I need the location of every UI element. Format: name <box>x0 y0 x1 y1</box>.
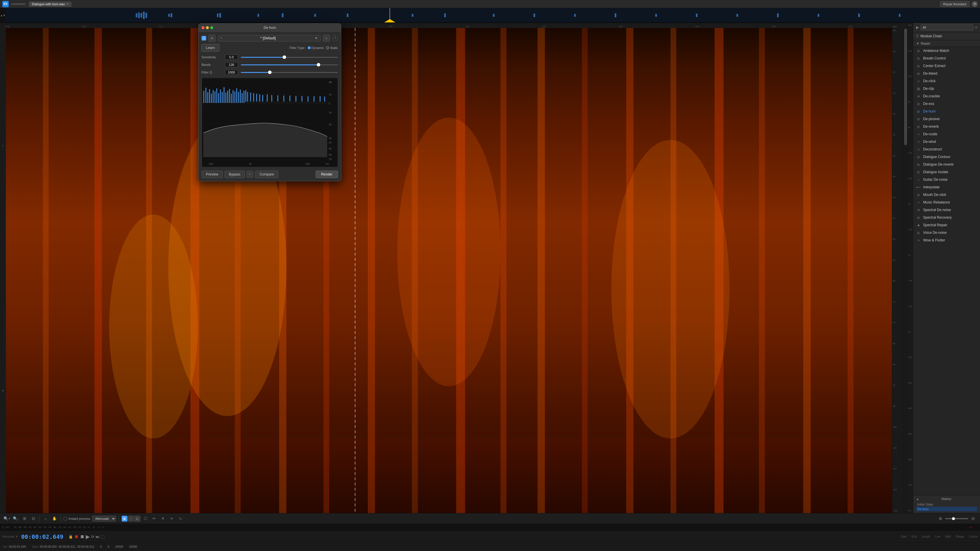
preset-dropdown-arrow[interactable]: ▼ <box>314 36 318 40</box>
sidebar-item-de-wind[interactable]: ∿ De-wind <box>913 138 980 146</box>
eraser-tool-btn[interactable]: ✕ <box>159 515 167 522</box>
filter-q-value[interactable]: 1000 <box>225 70 238 75</box>
sidebar-item-voice-de-noise[interactable]: ◎ Voice De-noise <box>913 229 980 237</box>
bands-slider[interactable] <box>241 63 338 67</box>
zoom-out-btn[interactable]: 🔍- <box>12 515 19 522</box>
transport-end-btn[interactable]: ⏭ <box>95 534 100 539</box>
sidebar-item-dialogue-de-reverb[interactable]: ◎ Dialogue De-reverb <box>913 160 980 168</box>
history-initial-state[interactable]: Initial State <box>916 502 977 507</box>
spectrogram-view-btn[interactable]: ▦ <box>122 516 127 522</box>
add-button[interactable]: + <box>247 171 253 178</box>
sidebar-item-deconstruct[interactable]: ◇ Deconstruct <box>913 146 980 153</box>
sidebar-item-de-clip[interactable]: ▥ De-clip <box>913 85 980 92</box>
plugin-min-btn[interactable] <box>206 26 209 29</box>
instant-process-toggle: Instant process <box>64 517 91 520</box>
lasso-tool-btn[interactable]: ⬡ <box>142 515 149 522</box>
svg-text:40: 40 <box>329 141 332 144</box>
module-chain-row[interactable]: ⠿ Module Chain <box>913 32 980 40</box>
extra-btn[interactable]: ⬚ <box>101 534 105 539</box>
instant-process-checkbox[interactable] <box>64 517 67 520</box>
zoom-reset-btn[interactable]: ⊟ <box>969 515 977 522</box>
learn-button[interactable]: Learn <box>202 44 220 52</box>
attenuate-select[interactable]: Attenuate <box>92 516 116 522</box>
static-label: Static <box>330 46 338 49</box>
sidebar-item-de-crackle[interactable]: ≋ De-crackle <box>913 92 980 100</box>
vertical-scrollbar[interactable] <box>904 28 907 513</box>
sidebar-item-interpolate[interactable]: ⟵ Interpolate <box>913 183 980 191</box>
record-btn[interactable]: ⏺ <box>74 534 79 539</box>
sidebar-item-breath-control[interactable]: ◎ Breath Control <box>913 54 980 62</box>
sidebar-item-guitar-de-noise[interactable]: ♪ Guitar De-noise <box>913 176 980 183</box>
repair-label: Repair <box>921 42 930 45</box>
sidebar-item-label: Breath Control <box>923 56 946 60</box>
repair-assistant-button[interactable]: Repair Assistant <box>940 1 969 7</box>
zoom-slider-thumb[interactable] <box>952 517 955 520</box>
waveform-canvas[interactable] <box>6 8 980 22</box>
module-filter-select[interactable]: All <box>921 24 973 30</box>
history-label: History <box>941 497 951 500</box>
timecode-dropdown-arrow[interactable]: ▼ <box>16 535 18 538</box>
transport-stop-btn[interactable]: ⏹ <box>80 534 84 539</box>
bands-value[interactable]: 128 <box>225 62 238 67</box>
sidebar-menu-icon[interactable]: ≡ <box>975 25 977 29</box>
sidebar-item-label: De-plosive <box>923 117 940 121</box>
plugin-close-btn[interactable] <box>202 26 204 29</box>
sidebar-item-spectral-repair[interactable]: ◈ Spectral Repair <box>913 221 980 229</box>
history-de-hum[interactable]: De-hum <box>916 507 977 511</box>
compare-button[interactable]: Compare <box>255 171 278 178</box>
spectrogram[interactable] <box>6 28 892 513</box>
selection-tool-btn[interactable]: ⊞ <box>21 515 28 522</box>
align-btn[interactable]: ≡ <box>168 515 175 522</box>
transport-loop-btn[interactable]: ⟳ <box>91 534 94 539</box>
pencil-tool-btn[interactable]: ✏ <box>151 515 158 522</box>
sensitivity-slider[interactable] <box>241 55 338 59</box>
transport-play-btn[interactable]: ▶ <box>86 534 90 540</box>
sidebar-item-de-ess[interactable]: ◎ De-ess <box>913 100 980 108</box>
sidebar-item-de-hum[interactable]: ◎ De-hum <box>913 108 980 115</box>
sidebar-item-ambience-match[interactable]: ◎ Ambience Match <box>913 47 980 54</box>
render-button[interactable]: Render <box>316 171 338 178</box>
svg-text:dB: dB <box>329 81 332 84</box>
plugin-max-btn[interactable] <box>210 26 213 29</box>
preview-button[interactable]: Preview <box>202 171 223 178</box>
zoom-in-btn[interactable]: 🔍+ <box>3 515 11 522</box>
sidebar-item-de-click[interactable]: ◇ De-click <box>913 77 980 85</box>
expand-icon[interactable]: ▲▼ <box>0 14 6 17</box>
time-selection-btn[interactable]: ⊟ <box>30 515 37 522</box>
plugin-settings-btn[interactable]: ⚙ <box>208 35 216 42</box>
combined-view-btn[interactable]: ▤ <box>134 516 140 522</box>
sidebar-item-spectral-de-noise[interactable]: ≋ Spectral De-noise <box>913 206 980 214</box>
sensitivity-value[interactable]: 5.0 <box>225 54 238 60</box>
repair-section-header[interactable]: ▼ Repair <box>913 40 980 47</box>
hand-tool-btn[interactable]: ✋ <box>51 515 58 522</box>
sidebar-item-wow-flutter[interactable]: ∿ Wow & Flutter <box>913 237 980 244</box>
expand-history-icon[interactable]: ▲ <box>916 497 919 500</box>
zoom-fit-btn[interactable]: ⊞ <box>937 515 944 522</box>
static-radio[interactable]: Static <box>326 46 338 49</box>
sidebar-item-de-rustle[interactable]: ≈ De-rustle <box>913 130 980 138</box>
zoom-slider[interactable] <box>945 518 968 519</box>
sidebar-item-spectral-recovery[interactable]: ◎ Spectral Recovery <box>913 214 980 221</box>
plugin-help-btn[interactable]: ? <box>332 35 338 41</box>
preset-menu-btn[interactable]: ≡ <box>323 35 330 42</box>
sidebar-item-dialogue-isolate[interactable]: ◎ Dialogue Isolate <box>913 168 980 176</box>
sidebar-item-de-bleed[interactable]: ◎ De-bleed <box>913 70 980 77</box>
wave-tool-btn[interactable]: ∿ <box>177 515 184 522</box>
top-bar: RX ADVANCED Dialogue with hum.wav ✕ Repa… <box>0 0 980 8</box>
tab-close-btn[interactable]: ✕ <box>66 2 68 6</box>
sidebar-item-mouth-de-click[interactable]: ◎ Mouth De-click <box>913 191 980 198</box>
sidebar-item-center-extract[interactable]: ◎ Center Extract <box>913 62 980 70</box>
main-tab[interactable]: Dialogue with hum.wav ✕ <box>29 2 72 7</box>
sidebar-item-music-rebalance[interactable]: ≈ Music Rebalance <box>913 198 980 206</box>
waveform-view-btn[interactable]: ≈ <box>128 516 134 522</box>
scroll-thumb[interactable] <box>904 29 907 145</box>
magnify-btn[interactable]: ⌕ <box>42 515 49 522</box>
spectrum-display[interactable]: dB 10 0 10 20 30 40 50 60 70 100 1k 10k … <box>202 77 338 168</box>
sidebar-item-de-reverb[interactable]: ◎ De-reverb <box>913 123 980 130</box>
sidebar-item-de-plosive[interactable]: ◎ De-plosive <box>913 115 980 123</box>
bypass-button[interactable]: Bypass <box>224 171 245 178</box>
filter-q-slider[interactable] <box>241 70 338 75</box>
sidebar-item-dialogue-contour[interactable]: ◎ Dialogue Contour <box>913 153 980 160</box>
dynamic-radio[interactable]: Dynamic <box>308 46 324 49</box>
window-close-button[interactable]: ✕ <box>972 1 978 7</box>
